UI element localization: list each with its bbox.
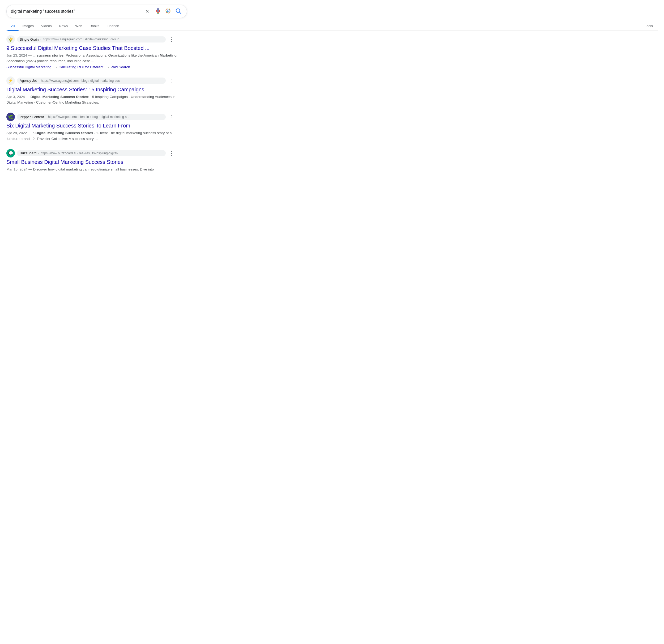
result-date: Apr 28, 2022 <box>6 131 27 135</box>
source-url-pill[interactable]: Agency Jet · https://www.agencyjet.com ›… <box>17 78 166 84</box>
source-dot: · <box>38 151 39 155</box>
result-title[interactable]: Small Business Digital Marketing Success… <box>6 159 185 165</box>
search-bar: digital marketing "success stories" ✕ <box>6 5 187 18</box>
svg-line-4 <box>180 12 181 14</box>
tabs-row: All Images Videos News Web Books Finance… <box>6 21 658 31</box>
snippet-text: — Digital Marketing Success Stories: 15 … <box>6 95 175 104</box>
microphone-icon[interactable] <box>155 8 162 15</box>
tab-videos[interactable]: Videos <box>38 21 56 30</box>
source-row: ⚡ Agency Jet · https://www.agencyjet.com… <box>6 77 185 85</box>
source-url-pill[interactable]: Pepper Content · https://www.pepperconte… <box>17 114 166 120</box>
result-date: Apr 3, 2024 <box>6 95 25 99</box>
snippet-text: — 6 Digital Marketing Success Stories · … <box>6 131 172 141</box>
more-options-button[interactable]: ⋮ <box>168 114 175 120</box>
result-snippet: Jun 23, 2024 — ... success stories. Prof… <box>6 53 185 64</box>
sitelink-separator: · <box>108 65 109 69</box>
source-name: Pepper Content <box>20 115 44 119</box>
snippet-text: — ... success stories. Professional Asso… <box>6 54 177 63</box>
favicon: 💬 <box>6 149 15 158</box>
results-area: 🌾 Single Grain · https://www.singlegrain… <box>0 31 191 184</box>
result-item: 🌾 Single Grain · https://www.singlegrain… <box>6 35 185 69</box>
source-row: 💬 BuzzBoard · https://www.buzzboard.ai ›… <box>6 149 185 158</box>
sitelink[interactable]: Calculating ROI for Different... <box>59 65 106 69</box>
clear-icon[interactable]: ✕ <box>145 8 149 14</box>
search-input[interactable]: digital marketing "success stories" <box>11 9 143 14</box>
more-options-button[interactable]: ⋮ <box>168 78 175 84</box>
source-path: https://www.singlegrain.com › digital-ma… <box>43 38 122 41</box>
result-item: 🌿 Pepper Content · https://www.peppercon… <box>6 112 185 142</box>
google-lens-icon[interactable] <box>165 8 172 15</box>
source-dot: · <box>40 38 41 41</box>
source-url-pill[interactable]: Single Grain · https://www.singlegrain.c… <box>17 36 166 42</box>
result-snippet: Mar 15, 2024 — Discover how digital mark… <box>6 167 185 172</box>
source-url-pill[interactable]: BuzzBoard · https://www.buzzboard.ai › r… <box>17 150 166 156</box>
favicon: ⚡ <box>6 77 15 85</box>
result-title[interactable]: 9 Successful Digital Marketing Case Stud… <box>6 45 185 51</box>
tab-images[interactable]: Images <box>19 21 38 30</box>
source-row: 🌾 Single Grain · https://www.singlegrain… <box>6 35 185 44</box>
divider <box>152 8 152 15</box>
result-snippet: Apr 28, 2022 — 6 Digital Marketing Succe… <box>6 130 185 142</box>
result-item: 💬 BuzzBoard · https://www.buzzboard.ai ›… <box>6 149 185 172</box>
source-name: Single Grain <box>20 38 39 41</box>
favicon-image: 🌾 <box>8 37 13 42</box>
result-date: Mar 15, 2024 <box>6 167 28 171</box>
source-dot: · <box>45 115 46 119</box>
tools-button[interactable]: Tools <box>641 21 657 30</box>
source-path: https://www.agencyjet.com › blog › digit… <box>41 79 122 83</box>
tab-web[interactable]: Web <box>71 21 86 30</box>
source-path: https://www.peppercontent.io › blog › di… <box>48 115 129 119</box>
tab-all[interactable]: All <box>7 21 19 30</box>
svg-point-0 <box>167 10 169 12</box>
sitelink[interactable]: Successful Digital Marketing... <box>6 65 55 69</box>
sitelinks-row: Successful Digital Marketing... · Calcul… <box>6 65 185 69</box>
result-date: Jun 23, 2024 <box>6 54 27 57</box>
favicon: 🌿 <box>6 112 15 121</box>
result-title[interactable]: Digital Marketing Success Stories: 15 In… <box>6 86 185 93</box>
favicon-image: 🌿 <box>8 115 13 120</box>
search-bar-icons: ✕ <box>145 8 183 15</box>
source-dot: · <box>38 79 39 83</box>
source-name: Agency Jet <box>20 79 37 83</box>
result-snippet: Apr 3, 2024 — Digital Marketing Success … <box>6 94 185 105</box>
source-path: https://www.buzzboard.ai › real-results-… <box>41 151 121 155</box>
sitelink-paid-search[interactable]: Paid Search <box>110 65 130 69</box>
result-title[interactable]: Six Digital Marketing Success Stories To… <box>6 122 185 129</box>
search-submit-icon[interactable] <box>175 8 183 15</box>
source-row: 🌿 Pepper Content · https://www.peppercon… <box>6 112 185 121</box>
favicon-image: 💬 <box>8 151 13 155</box>
tab-books[interactable]: Books <box>86 21 103 30</box>
more-options-button[interactable]: ⋮ <box>168 36 175 42</box>
source-name: BuzzBoard <box>20 151 37 155</box>
more-options-button[interactable]: ⋮ <box>168 150 175 157</box>
search-header: digital marketing "success stories" ✕ <box>0 0 664 31</box>
result-item: ⚡ Agency Jet · https://www.agencyjet.com… <box>6 77 185 105</box>
tab-news[interactable]: News <box>56 21 72 30</box>
search-bar-row: digital marketing "success stories" ✕ <box>6 5 658 18</box>
favicon: 🌾 <box>6 35 15 44</box>
snippet-text: — Discover how digital marketing can rev… <box>28 167 154 171</box>
tab-finance[interactable]: Finance <box>103 21 123 30</box>
sitelink-separator: · <box>56 65 57 69</box>
favicon-image: ⚡ <box>8 78 13 83</box>
